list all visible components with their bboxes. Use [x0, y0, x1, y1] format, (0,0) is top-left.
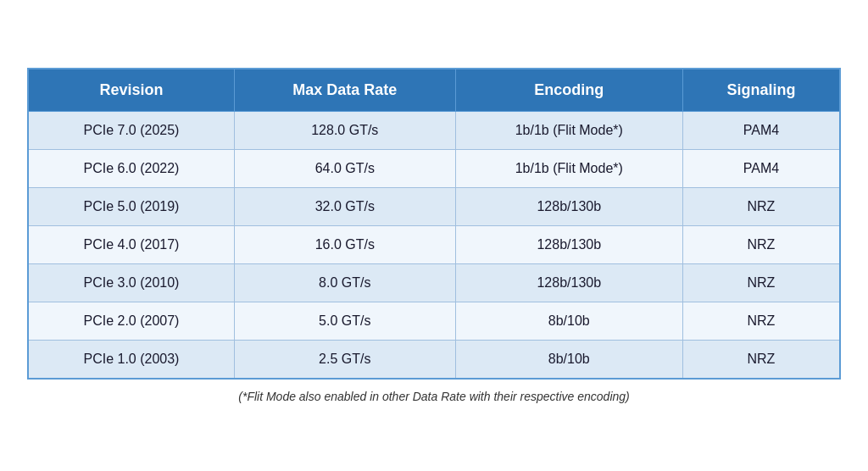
cell-encoding: 1b/1b (Flit Mode*) [455, 150, 682, 188]
cell-signaling: PAM4 [682, 150, 840, 188]
footnote: (*Flit Mode also enabled in other Data R… [27, 390, 841, 403]
pcie-table: Revision Max Data Rate Encoding Signalin… [27, 68, 841, 380]
header-encoding: Encoding [455, 69, 682, 112]
header-max-data-rate: Max Data Rate [234, 69, 455, 112]
header-signaling: Signaling [682, 69, 840, 112]
table-row: PCIe 5.0 (2019)32.0 GT/s128b/130bNRZ [28, 188, 840, 226]
cell-encoding: 1b/1b (Flit Mode*) [455, 112, 682, 150]
cell-revision: PCIe 4.0 (2017) [28, 226, 234, 264]
cell-revision: PCIe 1.0 (2003) [28, 341, 234, 380]
table-row: PCIe 1.0 (2003)2.5 GT/s8b/10bNRZ [28, 341, 840, 380]
table-container: Revision Max Data Rate Encoding Signalin… [27, 68, 841, 403]
cell-encoding: 128b/130b [455, 226, 682, 264]
cell-signaling: NRZ [682, 341, 840, 380]
cell-revision: PCIe 5.0 (2019) [28, 188, 234, 226]
cell-revision: PCIe 3.0 (2010) [28, 264, 234, 302]
cell-max-data-rate: 5.0 GT/s [234, 302, 455, 341]
table-row: PCIe 7.0 (2025)128.0 GT/s1b/1b (Flit Mod… [28, 112, 840, 150]
cell-max-data-rate: 16.0 GT/s [234, 226, 455, 264]
cell-encoding: 8b/10b [455, 341, 682, 380]
cell-signaling: NRZ [682, 188, 840, 226]
cell-revision: PCIe 2.0 (2007) [28, 302, 234, 341]
cell-max-data-rate: 2.5 GT/s [234, 341, 455, 380]
cell-encoding: 128b/130b [455, 264, 682, 302]
cell-max-data-rate: 64.0 GT/s [234, 150, 455, 188]
table-row: PCIe 3.0 (2010)8.0 GT/s128b/130bNRZ [28, 264, 840, 302]
cell-revision: PCIe 7.0 (2025) [28, 112, 234, 150]
header-revision: Revision [28, 69, 234, 112]
cell-max-data-rate: 128.0 GT/s [234, 112, 455, 150]
cell-encoding: 128b/130b [455, 188, 682, 226]
cell-revision: PCIe 6.0 (2022) [28, 150, 234, 188]
cell-max-data-rate: 8.0 GT/s [234, 264, 455, 302]
cell-max-data-rate: 32.0 GT/s [234, 188, 455, 226]
table-row: PCIe 4.0 (2017)16.0 GT/s128b/130bNRZ [28, 226, 840, 264]
cell-encoding: 8b/10b [455, 302, 682, 341]
table-header-row: Revision Max Data Rate Encoding Signalin… [28, 69, 840, 112]
cell-signaling: NRZ [682, 226, 840, 264]
cell-signaling: NRZ [682, 264, 840, 302]
table-row: PCIe 2.0 (2007)5.0 GT/s8b/10bNRZ [28, 302, 840, 341]
table-row: PCIe 6.0 (2022)64.0 GT/s1b/1b (Flit Mode… [28, 150, 840, 188]
cell-signaling: NRZ [682, 302, 840, 341]
cell-signaling: PAM4 [682, 112, 840, 150]
